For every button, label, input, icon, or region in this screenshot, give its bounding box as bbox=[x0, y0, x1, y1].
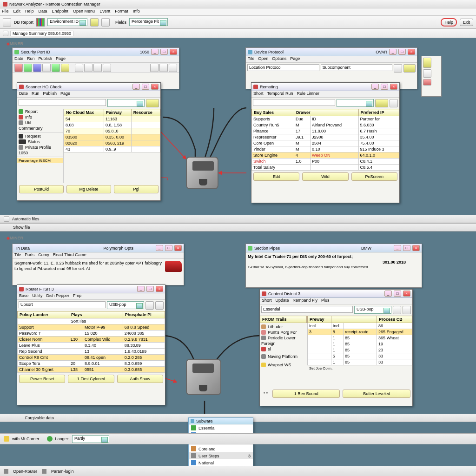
panel2-min[interactable]: _ bbox=[389, 49, 397, 55]
menu-data[interactable]: Data bbox=[39, 9, 47, 15]
sw3-max[interactable]: □ bbox=[146, 286, 154, 292]
row[interactable]: Control R8 Cmt08.41 open0.2.0 285 bbox=[18, 355, 165, 361]
splitter-1b[interactable]: Show file bbox=[0, 223, 476, 231]
menu-edit[interactable]: Edit bbox=[13, 9, 21, 15]
sw4-m1[interactable]: Update bbox=[276, 298, 289, 304]
dropdown-fields[interactable]: Percentage Fit bbox=[129, 18, 168, 26]
p1-tb-5[interactable] bbox=[52, 64, 60, 72]
help-button[interactable]: Help bbox=[441, 18, 457, 26]
sw1-m0[interactable]: Date bbox=[19, 91, 28, 97]
p1-tb-8[interactable] bbox=[84, 64, 93, 72]
sw3-dd[interactable]: USB-pop bbox=[107, 301, 144, 309]
popup-item-4[interactable]: User Steps3 bbox=[189, 452, 253, 459]
p2-m1[interactable]: Open bbox=[258, 56, 268, 62]
row[interactable]: 38receipt-route265 Engaged bbox=[308, 329, 412, 335]
sw3-m0[interactable]: Base bbox=[19, 293, 29, 299]
status-dd[interactable]: Partly bbox=[72, 435, 109, 443]
sw3-titlebar[interactable]: Router FTSR 3 _ □ × bbox=[17, 285, 165, 293]
sw1-dd[interactable] bbox=[107, 99, 145, 107]
btn-butter[interactable]: Butter Leveled bbox=[343, 390, 410, 398]
sw3-go2[interactable] bbox=[155, 301, 164, 310]
sw1-side-1[interactable]: Info bbox=[17, 114, 63, 120]
sw2-titlebar[interactable]: Remoting _ □ × bbox=[251, 83, 399, 91]
popup-item-3[interactable]: Coreland bbox=[189, 445, 253, 452]
splitter-1[interactable]: Automatic files bbox=[0, 215, 476, 223]
sw2-m1[interactable]: Temporal Run bbox=[267, 91, 293, 97]
menu-open[interactable]: Open Menu bbox=[73, 9, 95, 15]
panel1-min[interactable]: _ bbox=[151, 49, 159, 55]
btn-wild[interactable]: Wild bbox=[302, 172, 348, 181]
row[interactable]: 035800.35, 0.00 bbox=[64, 134, 160, 140]
row[interactable]: 8.080.8, 1.58 bbox=[64, 122, 160, 128]
panel1-titlebar[interactable]: Security Port ID 1050 _ □ × bbox=[13, 48, 179, 56]
sw4-m2[interactable]: Rempand Fly bbox=[293, 298, 318, 304]
p2-f1[interactable]: Location Protocol bbox=[247, 64, 319, 71]
p1-menu-2[interactable]: Publish bbox=[39, 56, 53, 62]
sw2-min[interactable]: _ bbox=[371, 84, 379, 90]
sw2-th-1[interactable]: Drawer bbox=[294, 109, 358, 116]
p2-m0[interactable]: Tile bbox=[248, 56, 254, 62]
sw4-th-1[interactable]: Preway bbox=[308, 316, 331, 323]
menu-endpoint[interactable]: Endpoint bbox=[52, 9, 69, 15]
btn-sel-mod[interactable]: 1 Rev Bound bbox=[272, 390, 340, 398]
sw3-close[interactable]: × bbox=[156, 286, 163, 292]
sw2-th-2[interactable]: Preferred IP bbox=[358, 109, 399, 116]
sw3-m2[interactable]: Dish Pepper bbox=[46, 293, 70, 299]
sw1-titlebar[interactable]: Scanner HO Check _ □ × bbox=[17, 83, 160, 91]
p1-tb-12[interactable] bbox=[159, 64, 168, 72]
p1-menu-0[interactable]: Date bbox=[14, 56, 23, 62]
sw4-go2[interactable] bbox=[403, 306, 411, 314]
p1-tb-9[interactable] bbox=[93, 64, 102, 72]
sw1-side-5[interactable]: Status bbox=[17, 139, 63, 145]
sw1-max[interactable]: □ bbox=[142, 84, 149, 90]
sw4-side-th[interactable]: FROM Trails bbox=[260, 316, 307, 323]
panel1-close[interactable]: × bbox=[170, 49, 177, 55]
sw4-side-3[interactable]: Foreign bbox=[260, 341, 307, 346]
toolbar-icon-2[interactable] bbox=[90, 18, 99, 26]
panel4-titlebar[interactable]: Section Pipes BMW _ □ × bbox=[246, 244, 422, 252]
menu-format[interactable]: Format bbox=[115, 9, 128, 15]
sw2-dd[interactable] bbox=[337, 99, 374, 107]
sw3-go1[interactable] bbox=[145, 301, 154, 310]
th-2[interactable]: Resource bbox=[131, 109, 160, 116]
row[interactable]: 18519 bbox=[308, 341, 412, 347]
sw3-th-2[interactable]: Phosphate Pl bbox=[123, 311, 165, 318]
sw4-titlebar[interactable]: Content District 3 _ □ × bbox=[260, 290, 412, 298]
sw4-side-6[interactable]: Wrapset WS bbox=[260, 362, 307, 368]
sw2-field[interactable] bbox=[253, 99, 335, 106]
sw3-min[interactable]: _ bbox=[137, 286, 145, 292]
sw4-side-5[interactable]: Naving Platform bbox=[260, 354, 307, 359]
sw1-go[interactable] bbox=[146, 99, 159, 107]
sw2-m0[interactable]: Short bbox=[253, 91, 264, 97]
sw4-th-2[interactable]: Process CB bbox=[377, 316, 412, 323]
row[interactable]: Password T15 02024608 385 bbox=[18, 331, 165, 337]
btn-delete[interactable]: Mg Delete bbox=[66, 185, 111, 193]
panel2-titlebar[interactable]: Device Protocol OVAR _ □ × bbox=[246, 48, 417, 56]
panel4-close[interactable]: × bbox=[412, 245, 420, 251]
row[interactable]: 7005.8..0 bbox=[64, 128, 160, 134]
sw1-side-4[interactable]: Request bbox=[17, 133, 63, 139]
btn-power-reset[interactable]: Power Reset bbox=[19, 375, 65, 383]
palette-3[interactable] bbox=[423, 79, 431, 86]
row[interactable]: 18533 bbox=[308, 359, 412, 365]
p2-m2[interactable]: Options bbox=[272, 56, 286, 62]
menu-event[interactable]: Event bbox=[99, 9, 110, 15]
menu-info[interactable]: Info bbox=[133, 9, 140, 15]
row[interactable]: Pittance1711.8.006.7 Hash bbox=[252, 128, 399, 134]
btn-postold[interactable]: PostOld bbox=[19, 185, 64, 193]
toolbar-icon-1[interactable] bbox=[3, 18, 11, 26]
row[interactable]: SupportMotor P-9968 8.8 Speed bbox=[18, 324, 165, 331]
p1-menu-3[interactable]: Page bbox=[56, 56, 66, 62]
sw3-field[interactable]: Upsort bbox=[19, 301, 106, 308]
p3b-m0[interactable]: Tile bbox=[14, 252, 21, 258]
sw4-go1[interactable] bbox=[393, 306, 401, 314]
sw1-side-6[interactable]: Private Profile bbox=[17, 145, 63, 150]
exit-button[interactable]: Exit bbox=[460, 19, 473, 26]
sw4-max[interactable]: □ bbox=[394, 291, 401, 297]
sw4-m0[interactable]: Short bbox=[262, 298, 272, 304]
p1-tb-4[interactable] bbox=[42, 64, 51, 72]
p2-m3[interactable]: Page bbox=[290, 56, 300, 62]
palette-2[interactable] bbox=[423, 69, 431, 78]
chart-icon[interactable] bbox=[36, 18, 45, 26]
p2-f2[interactable]: Subcomponent bbox=[321, 64, 393, 71]
